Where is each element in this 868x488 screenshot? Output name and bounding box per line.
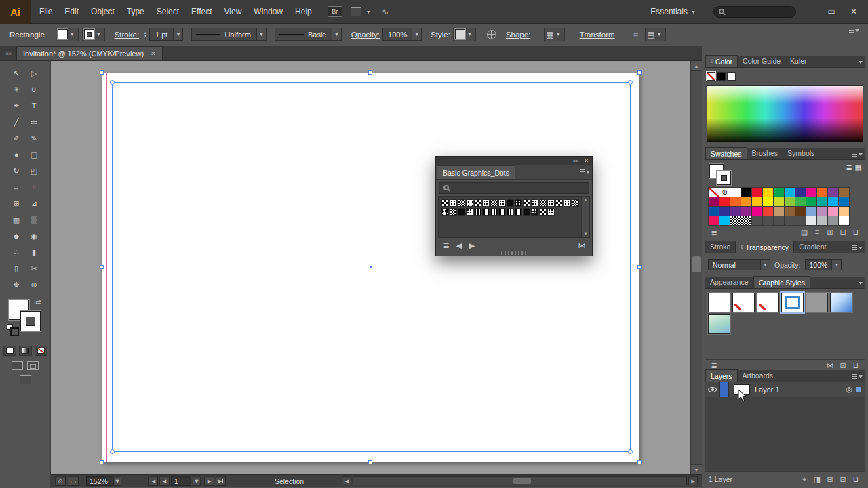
scroll-left-icon[interactable]: ◀ xyxy=(342,476,351,485)
transform-link[interactable]: Transform xyxy=(580,30,615,39)
swatch-search-input[interactable] xyxy=(439,182,589,194)
opacity-dropdown[interactable]: 100% ▼ xyxy=(805,259,842,270)
swatch[interactable] xyxy=(763,197,773,206)
gradient-tool[interactable]: ▒ xyxy=(25,211,43,228)
floating-panel-title-bar[interactable]: «« ✕ xyxy=(436,157,592,165)
swatch[interactable] xyxy=(817,188,827,197)
resize-grip[interactable] xyxy=(501,251,527,255)
pattern-swatch[interactable] xyxy=(490,208,498,216)
selection-tool[interactable]: ↖ xyxy=(7,65,25,81)
horizontal-scroll-thumb[interactable] xyxy=(513,478,531,484)
pattern-swatch[interactable] xyxy=(539,199,547,207)
zoom-tool[interactable]: ⊕ xyxy=(25,277,43,293)
horizontal-scroll-track[interactable] xyxy=(353,476,687,485)
pattern-swatch[interactable] xyxy=(572,199,579,207)
grid-view-icon[interactable]: ▦ xyxy=(855,163,862,172)
swatch[interactable] xyxy=(817,216,827,225)
handle-top-center[interactable] xyxy=(368,70,372,75)
swatch[interactable] xyxy=(709,216,719,225)
chevron-down-icon[interactable]: ▼ xyxy=(760,260,770,270)
mesh-tool[interactable]: ▦ xyxy=(7,211,25,228)
slice-tool[interactable]: ✂ xyxy=(25,260,43,277)
trash-icon[interactable]: ⊔ xyxy=(850,227,861,237)
swatch[interactable] xyxy=(839,207,849,216)
tab-basic-graphics-dots[interactable]: Basic Graphics_Dots xyxy=(437,165,515,179)
graphic-style-blue-border[interactable] xyxy=(781,293,804,312)
swatch[interactable] xyxy=(795,197,806,206)
pattern-swatch[interactable] xyxy=(498,208,506,216)
swatch-none[interactable] xyxy=(709,188,719,197)
unlink-icon[interactable]: ⋈ xyxy=(576,241,587,251)
handle-middle-left[interactable] xyxy=(100,265,104,269)
swatch[interactable] xyxy=(752,197,762,206)
zoom-field[interactable]: 152% xyxy=(86,476,113,486)
eraser-tool[interactable]: ▢ xyxy=(25,146,43,163)
panel-menu-icon[interactable] xyxy=(580,169,590,176)
opacity-field[interactable]: 100% ▼ xyxy=(382,28,422,41)
sublayer-icon[interactable]: ⊟ xyxy=(825,474,835,485)
graphic-style-default[interactable] xyxy=(708,293,730,312)
center-point[interactable] xyxy=(370,266,372,268)
bridge-icon[interactable]: Br xyxy=(328,6,342,17)
left-icon[interactable]: ◀ xyxy=(454,241,465,251)
width-tool[interactable]: ↔ xyxy=(7,179,25,195)
handle-top-right[interactable] xyxy=(637,70,642,75)
swatch[interactable] xyxy=(719,197,730,206)
swatch[interactable] xyxy=(719,216,730,225)
swatch[interactable] xyxy=(741,188,751,197)
handle-middle-right[interactable] xyxy=(637,265,642,269)
close-button[interactable]: ✕ xyxy=(850,7,857,16)
new-icon[interactable]: ⊡ xyxy=(837,474,848,485)
swatch[interactable] xyxy=(709,207,719,216)
layer-row[interactable]: Layer 1 ◎ xyxy=(705,382,865,397)
graphic-style-red-slash[interactable] xyxy=(732,293,755,312)
lasso-tool[interactable]: ∪ xyxy=(25,81,43,98)
tab-layers[interactable]: Layers xyxy=(705,369,738,382)
menu-edit[interactable]: Edit xyxy=(58,0,85,24)
swatch[interactable] xyxy=(730,197,741,206)
pattern-swatch[interactable] xyxy=(564,199,571,207)
panel-menu-icon[interactable] xyxy=(852,373,863,380)
pattern-swatch[interactable] xyxy=(482,199,490,207)
swatch[interactable] xyxy=(774,188,784,197)
handle-bottom-center[interactable] xyxy=(368,460,372,464)
swatch[interactable] xyxy=(806,188,816,197)
chevron-down-icon[interactable]: ▼ xyxy=(173,28,182,40)
swatch[interactable] xyxy=(839,216,849,225)
group-icon[interactable]: ⊞ xyxy=(825,227,835,237)
close-panel-icon[interactable]: ✕ xyxy=(584,159,589,164)
pattern-swatch[interactable] xyxy=(498,199,506,207)
selection-indicator[interactable] xyxy=(856,387,861,392)
blend-tool[interactable]: ◉ xyxy=(25,228,43,244)
stroke-color-dropdown[interactable]: ▼ xyxy=(82,28,105,41)
menu-object[interactable]: Object xyxy=(85,0,121,24)
pattern-swatch[interactable] xyxy=(515,208,522,216)
blob-brush-tool[interactable]: ● xyxy=(7,146,25,163)
collapse-widget-icon[interactable]: ◊ xyxy=(711,58,713,64)
stroke-link[interactable]: Stroke: xyxy=(115,30,139,39)
collapse-panel-icon[interactable]: «« xyxy=(572,159,578,164)
panel-menu-icon[interactable] xyxy=(852,59,863,66)
pattern-swatch[interactable] xyxy=(555,199,563,207)
tab-kuler[interactable]: Kuler xyxy=(785,55,812,67)
tab-symbols[interactable]: Symbols xyxy=(783,147,819,159)
menu-help[interactable]: Help xyxy=(289,0,318,24)
color-button[interactable] xyxy=(3,346,16,356)
swatch[interactable] xyxy=(752,207,762,216)
line-segment-tool[interactable]: ╱ xyxy=(7,114,25,130)
swatch[interactable] xyxy=(774,197,784,206)
new-icon[interactable]: ⊡ xyxy=(837,227,848,237)
menu-effect[interactable]: Effect xyxy=(185,0,218,24)
unlink-icon[interactable]: ⋈ xyxy=(825,361,835,371)
swatch[interactable] xyxy=(774,207,784,216)
collapse-dock-icon[interactable]: «« xyxy=(0,50,15,60)
draw-inside-button[interactable] xyxy=(27,361,39,370)
artboard-number-field[interactable]: 1 xyxy=(171,476,191,486)
perspective-grid-tool[interactable]: ⊿ xyxy=(25,195,43,211)
opacity-link[interactable]: Opacity: xyxy=(351,30,380,39)
restore-button[interactable]: ▭ xyxy=(828,7,835,16)
swatch[interactable] xyxy=(730,207,741,216)
previous-artboard-button[interactable]: ◀ xyxy=(159,476,170,486)
swatch[interactable] xyxy=(785,207,795,216)
stepper-down-icon[interactable]: ▼ xyxy=(144,35,147,38)
